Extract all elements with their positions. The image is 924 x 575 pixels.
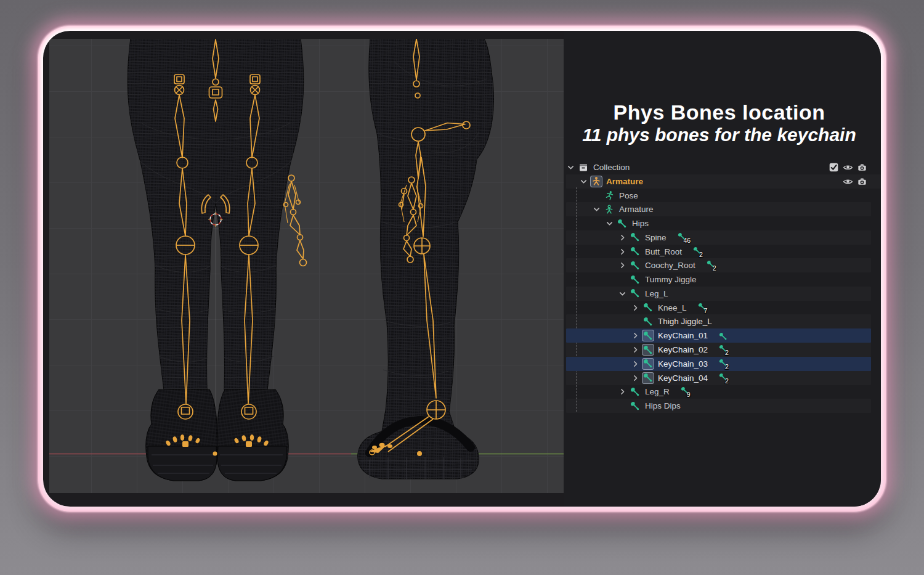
chevron-right-icon[interactable] — [631, 373, 640, 383]
child-bone-count: 9 — [687, 391, 691, 398]
child-bone-count-badge: 2 — [693, 247, 703, 258]
bone-icon — [642, 302, 654, 314]
outliner-row-pose[interactable]: Pose — [564, 189, 881, 203]
row-label[interactable]: Pose — [619, 191, 638, 200]
chevron-down-icon[interactable] — [592, 205, 601, 214]
row-restrict-toggles — [843, 174, 867, 189]
row-label[interactable]: Butt_Root — [645, 247, 682, 256]
eye-icon[interactable] — [843, 176, 853, 187]
app-window: Phys Bones location 11 phys bones for th… — [43, 31, 881, 507]
row-label[interactable]: Hips Dips — [645, 401, 681, 410]
outliner-row-collection[interactable]: Collection — [564, 160, 881, 174]
chevron-down-icon[interactable] — [618, 289, 627, 298]
outliner-row-keychain-04[interactable]: KeyChain_042 — [564, 371, 881, 385]
chevron-right-icon[interactable] — [631, 345, 640, 354]
bone-icon — [629, 246, 641, 258]
chevron-right-icon[interactable] — [631, 331, 640, 340]
row-label[interactable]: Leg_L — [645, 289, 668, 298]
outliner-row-hips[interactable]: Hips — [564, 216, 881, 230]
outliner-row-butt-root[interactable]: Butt_Root2 — [564, 245, 881, 259]
row-label[interactable]: Leg_R — [645, 387, 670, 396]
outliner-row-armature[interactable]: Armature — [564, 202, 881, 216]
viewport-3d[interactable] — [49, 39, 564, 493]
child-bone-count: 2 — [699, 251, 703, 258]
camera-icon[interactable] — [857, 162, 867, 173]
child-bone-count: 7 — [704, 307, 708, 314]
child-bone-count-badge: 2 — [719, 345, 729, 356]
bone-icon — [629, 259, 641, 271]
outliner-row-thigh-jiggle-l[interactable]: Thigh Jiggle_L — [564, 314, 881, 328]
neon-frame: Phys Bones location 11 phys bones for th… — [38, 26, 886, 512]
collection-icon — [577, 161, 590, 173]
bone-icon — [642, 316, 654, 327]
bone-icon — [629, 232, 641, 243]
checkbox-icon[interactable] — [829, 162, 839, 173]
camera-icon[interactable] — [857, 176, 867, 187]
row-label[interactable]: Hips — [632, 219, 649, 228]
bone-icon — [629, 400, 641, 412]
outliner-row-keychain-03[interactable]: KeyChain_032 — [564, 357, 881, 371]
row-label[interactable]: Thigh Jiggle_L — [658, 317, 712, 326]
child-bone-count-badge: 2 — [719, 373, 729, 385]
row-label[interactable]: Spine — [645, 233, 667, 242]
outliner-row-coochy-root[interactable]: Coochy_Root2 — [564, 258, 881, 272]
chevron-right-icon[interactable] — [631, 359, 640, 369]
child-bone-count-badge: 2 — [707, 260, 716, 272]
outliner-row-keychain-01[interactable]: KeyChain_01 — [564, 328, 881, 343]
outliner-panel: Phys Bones location 11 phys bones for th… — [564, 31, 881, 507]
row-label[interactable]: KeyChain_03 — [658, 359, 708, 369]
viewport-canvas[interactable] — [49, 39, 564, 493]
row-label[interactable]: Armature — [606, 177, 643, 186]
chevron-right-icon[interactable] — [618, 233, 627, 242]
bone-icon — [629, 274, 641, 285]
outliner-row-hips-dips[interactable]: Hips Dips — [564, 399, 881, 413]
bone-icon — [642, 358, 654, 370]
bone-icon — [616, 218, 628, 229]
outliner-tree: CollectionArmaturePoseArmatureHipsSpine4… — [564, 31, 881, 507]
outliner-row-armature[interactable]: Armature — [564, 174, 881, 189]
chevron-down-icon[interactable] — [605, 219, 614, 228]
row-label[interactable]: Coochy_Root — [645, 261, 695, 270]
bone-icon — [642, 344, 654, 356]
bone-icon — [629, 288, 641, 300]
row-label[interactable]: Knee_L — [658, 303, 687, 312]
person-icon — [590, 176, 602, 187]
bone-icon — [629, 386, 641, 398]
armature-data-icon — [603, 203, 615, 215]
child-bone-count: 2 — [713, 264, 716, 272]
bone-icon — [642, 330, 654, 341]
chevron-right-icon[interactable] — [631, 303, 640, 312]
child-bone-count-badge: 2 — [719, 359, 729, 370]
chevron-right-icon[interactable] — [618, 387, 627, 396]
child-bone-count: 46 — [684, 237, 691, 244]
row-label[interactable]: KeyChain_04 — [658, 373, 708, 383]
chevron-right-icon[interactable] — [618, 247, 627, 256]
row-label[interactable]: Tummy Jiggle — [645, 275, 697, 284]
row-label[interactable]: Collection — [593, 163, 630, 172]
bone-icon — [719, 332, 727, 341]
child-bone-count: 2 — [725, 349, 729, 356]
child-bone-count-badge: 9 — [681, 386, 691, 398]
chevron-down-icon[interactable] — [579, 177, 588, 186]
child-bone-count-badge: 7 — [698, 303, 708, 314]
row-label[interactable]: Armature — [619, 205, 654, 214]
outliner-row-spine[interactable]: Spine46 — [564, 230, 881, 245]
row-restrict-toggles — [829, 160, 867, 174]
eye-icon[interactable] — [843, 162, 853, 173]
child-bone-count: 2 — [725, 363, 729, 370]
chevron-down-icon[interactable] — [566, 163, 575, 172]
bone-icon — [642, 372, 654, 384]
pose-icon — [603, 190, 615, 202]
row-label[interactable]: KeyChain_01 — [658, 331, 708, 340]
child-bone-count: 2 — [725, 377, 729, 385]
outliner-row-leg-l[interactable]: Leg_L — [564, 287, 881, 301]
row-label[interactable]: KeyChain_02 — [658, 345, 708, 354]
child-bone-count-badge: 46 — [678, 232, 691, 244]
outliner-row-knee-l[interactable]: Knee_L7 — [564, 301, 881, 315]
outliner-row-leg-r[interactable]: Leg_R9 — [564, 385, 881, 399]
armature-origin-dot — [213, 452, 217, 456]
outliner-row-tummy-jiggle[interactable]: Tummy Jiggle — [564, 272, 881, 287]
child-bone-count-badge — [719, 332, 727, 341]
chevron-right-icon[interactable] — [618, 261, 627, 270]
outliner-row-keychain-02[interactable]: KeyChain_022 — [564, 343, 881, 357]
